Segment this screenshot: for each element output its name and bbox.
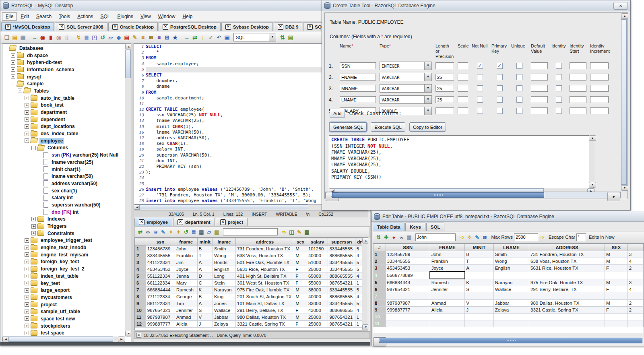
- connection-tab[interactable]: ✕DB2 9: [274, 22, 303, 31]
- expand-icon[interactable]: +: [25, 281, 29, 285]
- edit-cell[interactable]: English: [493, 265, 529, 272]
- tree-item[interactable]: Databases: [2, 45, 125, 52]
- table-key-icon[interactable]: ⊞: [163, 33, 171, 41]
- expand-icon[interactable]: +: [25, 260, 29, 264]
- identity-increment-input[interactable]: [590, 74, 609, 80]
- result-cell[interactable]: F: [294, 307, 307, 314]
- refresh-table-icon[interactable]: ⇅: [375, 233, 382, 241]
- open-file-icon[interactable]: ▤: [11, 33, 19, 41]
- list-alt-icon[interactable]: ▤: [287, 33, 295, 41]
- edit-cell[interactable]: V: [465, 300, 493, 307]
- expand-icon[interactable]: +: [11, 60, 15, 65]
- result-cell[interactable]: 6: [135, 280, 146, 287]
- edit-cell[interactable]: 333445555: [386, 258, 430, 265]
- menu-edit[interactable]: Edit: [17, 12, 33, 21]
- view-icon[interactable]: ∞: [144, 228, 152, 236]
- scale-input[interactable]: [458, 107, 468, 114]
- result-cell[interactable]: Alicia: [175, 321, 198, 328]
- scale-input[interactable]: [458, 85, 468, 92]
- edit-cell[interactable]: Joyce: [430, 265, 465, 272]
- tree-item[interactable]: +auto_inc_table: [2, 95, 125, 102]
- expand-icon[interactable]: +: [25, 274, 29, 278]
- scroll-up-icon[interactable]: ▲: [589, 135, 596, 141]
- save-icon[interactable]: ▦: [19, 33, 27, 41]
- go-maxrows-icon[interactable]: ⇨: [538, 233, 546, 241]
- close-tab-icon[interactable]: ✕: [225, 24, 231, 30]
- default-value-input[interactable]: [531, 74, 548, 80]
- edit-row[interactable]: 8987987987AhmadVJabbar980 Dallas, Housto…: [374, 300, 644, 307]
- result-row[interactable]: 12999887777AliciaJZelaya3321 Castle, Spr…: [135, 321, 368, 328]
- sql-mode-dropdown[interactable]: SQL▼: [233, 33, 276, 41]
- edit-row-number[interactable]: 11: [374, 320, 386, 327]
- tree-item[interactable]: +foreign_key_test: [2, 258, 125, 266]
- edit-cell[interactable]: 980 Dallas, Houston TX: [529, 300, 605, 307]
- edit-cell[interactable]: Narayan: [493, 279, 529, 286]
- edit-cell[interactable]: [493, 293, 529, 300]
- paste-icon[interactable]: ▥: [213, 228, 221, 236]
- find-file-icon[interactable]: ◳: [91, 33, 99, 41]
- identity-checkbox[interactable]: [556, 108, 562, 114]
- result-cell[interactable]: 333445555: [328, 287, 355, 293]
- edit-cell[interactable]: 731 Fondren, Houston TX: [529, 251, 605, 258]
- edit-cell[interactable]: Jabbar: [493, 300, 529, 307]
- result-cell[interactable]: 638 Voss, Houston TX: [236, 252, 294, 259]
- not-null-checkbox[interactable]: ✓: [477, 63, 483, 69]
- not-null-checkbox[interactable]: [477, 85, 483, 91]
- expand-icon[interactable]: +: [31, 231, 36, 235]
- tree-item[interactable]: superssn varchar(50): [2, 201, 125, 208]
- generate-sql-button[interactable]: Generate SQL: [330, 122, 367, 132]
- result-cell[interactable]: Smith: [213, 246, 236, 252]
- save-edits-icon[interactable]: ▦: [405, 233, 413, 241]
- edit-cell[interactable]: 291 Berry, Bellaire, TX: [529, 286, 605, 293]
- edit-cell[interactable]: 2: [627, 307, 643, 314]
- edit-cell[interactable]: Franklin: [430, 258, 465, 265]
- length-input[interactable]: [436, 62, 454, 69]
- result-cell[interactable]: 123456789: [146, 246, 175, 252]
- collapse-icon[interactable]: -: [11, 82, 15, 86]
- result-cell[interactable]: Jabbar: [213, 314, 236, 321]
- result-cell[interactable]: A: [197, 259, 213, 266]
- result-cell[interactable]: 453453453: [146, 266, 175, 273]
- close-tab-icon[interactable]: ✕: [5, 24, 11, 30]
- expand-icon[interactable]: +: [25, 252, 29, 257]
- result-row[interactable]: 2333445555FranklinTWong638 Voss, Houston…: [135, 252, 368, 259]
- disconnect-icon[interactable]: ▮: [47, 33, 55, 41]
- close-icon[interactable]: ✕: [613, 2, 628, 10]
- result-row[interactable]: 4453453453JoyceAEnglish5631 Rice, Housto…: [135, 266, 368, 273]
- identity-checkbox[interactable]: [556, 63, 562, 69]
- result-cell[interactable]: F: [294, 266, 307, 273]
- close-tab-icon[interactable]: ✕: [278, 24, 283, 30]
- tree-horizontal-scrollbar[interactable]: ◀ ▶: [2, 336, 125, 342]
- result-cell[interactable]: F: [294, 321, 307, 328]
- tree-item[interactable]: +department: [2, 109, 125, 116]
- scroll-right-icon[interactable]: ▶: [607, 192, 620, 201]
- identity-checkbox[interactable]: [556, 97, 562, 103]
- edit-row-number[interactable]: 10: [374, 314, 386, 320]
- expand-status-icon[interactable]: ≡: [136, 333, 141, 338]
- edit-row[interactable]: 10: [374, 314, 644, 320]
- edit-cell[interactable]: Zelaya: [493, 307, 529, 314]
- result-cell[interactable]: 987654321: [328, 314, 355, 321]
- tree-vertical-scrollbar[interactable]: ▲ ▼: [125, 44, 131, 336]
- result-cell[interactable]: 25000: [307, 321, 328, 328]
- menu-file[interactable]: File: [2, 12, 17, 21]
- format-icon[interactable]: ≡: [155, 33, 163, 41]
- expand-icon[interactable]: +: [25, 132, 29, 136]
- result-cell[interactable]: B: [197, 293, 213, 300]
- result-cell[interactable]: 301 West St. Houston TX: [236, 280, 294, 287]
- expand-icon[interactable]: +: [31, 217, 36, 221]
- unique-checkbox[interactable]: [516, 108, 522, 114]
- result-cell[interactable]: Wong: [213, 252, 236, 259]
- edit-row[interactable]: 45566778899: [374, 272, 644, 279]
- tree-item[interactable]: +sample_utf_table: [2, 308, 125, 315]
- scale-input[interactable]: [458, 62, 468, 69]
- not-null-checkbox[interactable]: [477, 108, 483, 114]
- default-value-input[interactable]: [531, 107, 548, 114]
- result-cell[interactable]: T: [197, 252, 213, 259]
- result-cell[interactable]: 987654321: [328, 321, 355, 328]
- edit-row-number[interactable]: 7: [374, 293, 386, 300]
- edit-cell[interactable]: [465, 314, 493, 320]
- edit-cell[interactable]: [627, 272, 643, 279]
- menu-window[interactable]: Window: [155, 12, 179, 21]
- column-type-select[interactable]: VARCHAR▼: [380, 73, 432, 81]
